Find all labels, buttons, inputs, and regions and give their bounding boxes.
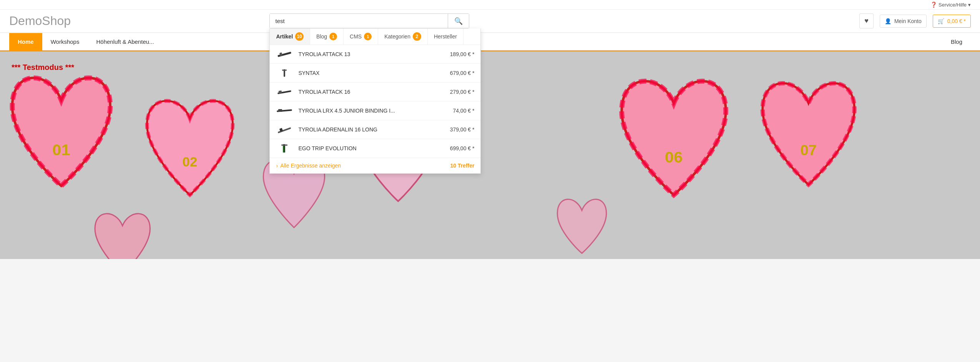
result-icon	[276, 105, 293, 116]
search-result-item[interactable]: SYNTAX 679,00 € *	[270, 64, 480, 83]
logo[interactable]: DemoShop	[9, 14, 71, 28]
hearts-background: 01 02 06 07	[0, 51, 980, 259]
search-wrapper: 🔍 Artikel10Blog1CMS1Kategorien2Herstelle…	[269, 13, 469, 28]
result-price: 379,00 € *	[450, 126, 475, 133]
result-icon	[276, 86, 293, 97]
result-icon	[276, 124, 293, 135]
heart-icon: ♥	[864, 17, 869, 25]
nav-workshops-label: Workshops	[51, 38, 80, 45]
cart-icon: 🛒	[938, 18, 944, 24]
nav-blog-label: Blog	[951, 38, 962, 45]
svg-rect-12	[281, 144, 287, 146]
search-tab-cms[interactable]: CMS1	[344, 28, 378, 45]
result-name: TYROLIA ATTACK 13	[298, 51, 444, 57]
search-tab-hersteller[interactable]: Hersteller	[428, 28, 463, 45]
nav-home-label: Home	[18, 38, 34, 45]
chevron-right-icon: ›	[276, 163, 278, 169]
search-box: 🔍	[269, 13, 469, 28]
tab-label: Hersteller	[434, 33, 457, 40]
tab-label: Kategorien	[384, 33, 410, 40]
results-count: 10 Treffer	[450, 163, 474, 169]
wishlist-button[interactable]: ♥	[859, 13, 874, 28]
result-name: EGO TRIP EVOLUTION	[298, 145, 444, 151]
search-tab-artikel[interactable]: Artikel10	[270, 28, 310, 45]
result-name: TYROLIA LRX 4.5 JUNIOR BINDING I...	[298, 108, 447, 114]
search-input[interactable]	[270, 14, 448, 28]
main-content: *** Testmodus *** 01 02 06	[0, 51, 980, 259]
search-result-item[interactable]: TYROLIA ATTACK 13 189,00 € *	[270, 45, 480, 64]
svg-rect-5	[279, 90, 282, 93]
svg-rect-3	[282, 70, 287, 71]
svg-rect-0	[278, 51, 292, 57]
svg-text:07: 07	[800, 142, 817, 158]
result-name: SYNTAX	[298, 70, 444, 76]
nav-item-hoehenluft[interactable]: Höhenluft & Abenteu...	[88, 33, 162, 50]
search-result-item[interactable]: EGO TRIP EVOLUTION 699,00 € *	[270, 139, 480, 158]
result-price: 679,00 € *	[450, 70, 475, 76]
svg-text:06: 06	[665, 148, 683, 166]
result-name: TYROLIA ATTACK 16	[298, 89, 444, 95]
nav-blog: Blog	[942, 33, 971, 50]
result-name: TYROLIA ADRENALIN 16 LONG	[298, 126, 444, 133]
search-icon: 🔍	[454, 17, 463, 25]
tab-badge: 10	[295, 32, 304, 41]
search-button[interactable]: 🔍	[448, 14, 469, 28]
logo-shop: Shop	[42, 14, 71, 28]
tab-badge: 1	[364, 33, 372, 40]
header: DemoShop 🔍 Artikel10Blog1CMS1Kategorien2…	[0, 10, 980, 33]
service-label: Service/Hilfe	[938, 2, 967, 8]
search-tab-blog[interactable]: Blog1	[310, 28, 344, 45]
chevron-down-icon: ▾	[968, 2, 971, 8]
account-button[interactable]: 👤 Mein Konto	[880, 15, 927, 28]
hearts-svg: 01 02 06 07	[0, 51, 980, 259]
cart-total: 0,00 € *	[947, 18, 966, 24]
tab-badge: 2	[413, 32, 421, 41]
show-all-results-link[interactable]: › Alle Ergebnisse anzeigen	[276, 163, 341, 169]
account-label: Mein Konto	[894, 18, 922, 24]
search-footer[interactable]: › Alle Ergebnisse anzeigen 10 Treffer	[270, 158, 480, 173]
nav-hoehenluft-label: Höhenluft & Abenteu...	[96, 38, 154, 45]
header-actions: ♥ 👤 Mein Konto 🛒 0,00 € *	[859, 13, 971, 28]
search-results: TYROLIA ATTACK 13 189,00 € * SYNTAX 679,…	[270, 45, 480, 158]
tab-label: Artikel	[276, 33, 293, 40]
nav-item-home[interactable]: Home	[9, 33, 42, 50]
search-result-item[interactable]: TYROLIA ATTACK 16 279,00 € *	[270, 83, 480, 101]
svg-rect-7	[278, 109, 282, 112]
top-bar: ❓ Service/Hilfe ▾	[0, 0, 980, 10]
result-icon	[276, 68, 293, 78]
logo-demo: Demo	[9, 14, 42, 28]
search-tabs: Artikel10Blog1CMS1Kategorien2Hersteller	[270, 28, 480, 45]
search-result-item[interactable]: TYROLIA LRX 4.5 JUNIOR BINDING I... 74,0…	[270, 101, 480, 120]
navigation: Home Workshops Höhenluft & Abenteu... Bl…	[0, 33, 980, 51]
search-tab-kategorien[interactable]: Kategorien2	[378, 28, 428, 45]
result-price: 699,00 € *	[450, 145, 475, 151]
question-icon: ❓	[930, 2, 937, 8]
tab-badge: 1	[329, 33, 337, 40]
account-icon: 👤	[885, 18, 891, 24]
result-price: 74,00 € *	[453, 108, 474, 114]
result-icon	[276, 143, 293, 154]
result-price: 189,00 € *	[450, 51, 475, 57]
show-all-label: Alle Ergebnisse anzeigen	[280, 163, 341, 169]
svg-rect-8	[278, 127, 291, 133]
svg-text:01: 01	[52, 141, 70, 159]
svg-text:02: 02	[183, 154, 198, 169]
service-menu[interactable]: ❓ Service/Hilfe ▾	[930, 2, 971, 8]
cart-button[interactable]: 🛒 0,00 € *	[933, 15, 971, 28]
result-price: 279,00 € *	[450, 89, 475, 95]
test-mode-banner: *** Testmodus ***	[12, 63, 74, 72]
nav-item-workshops[interactable]: Workshops	[42, 33, 88, 50]
tab-label: CMS	[350, 33, 362, 40]
tab-label: Blog	[316, 33, 327, 40]
search-dropdown: Artikel10Blog1CMS1Kategorien2Hersteller …	[269, 28, 481, 174]
search-result-item[interactable]: TYROLIA ADRENALIN 16 LONG 379,00 € *	[270, 120, 480, 139]
result-icon	[276, 49, 293, 60]
